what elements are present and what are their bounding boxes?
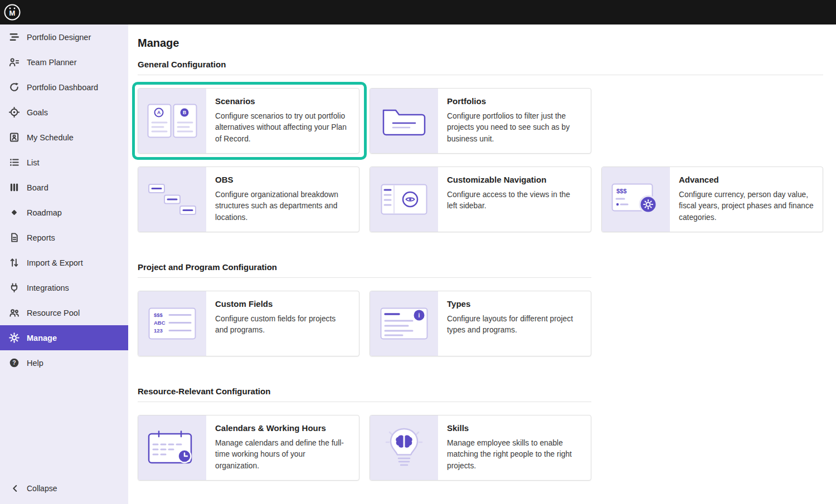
sidebar-item-label: Import & Export xyxy=(27,258,83,267)
sidebar-item-board[interactable]: Board xyxy=(0,175,128,200)
card-description: Configure currency, person day value, fi… xyxy=(679,189,814,223)
card-types[interactable]: i Types Configure layouts for different … xyxy=(370,291,591,356)
card-row: $$$ ABC 123 Custom Fields Configure cust… xyxy=(138,291,823,356)
sidebar-item-roadmap[interactable]: Roadmap xyxy=(0,200,128,225)
card-scenarios[interactable]: A B Scenarios Configure scenarios to try… xyxy=(138,88,359,154)
card-title: Portfolios xyxy=(447,96,582,106)
sidebar-item-reports[interactable]: Reports xyxy=(0,225,128,250)
sidebar-item-label: Goals xyxy=(27,108,48,117)
logo-letter: M xyxy=(9,9,16,17)
card-description: Configure custom fields for projects and… xyxy=(215,314,350,336)
card-skills[interactable]: Skills Manage employee skills to enable … xyxy=(370,415,591,481)
sidebar-item-help[interactable]: ? Help xyxy=(0,350,128,375)
sidebar-item-goals[interactable]: Goals xyxy=(0,100,128,125)
sidebar-collapse-button[interactable]: Collapse xyxy=(0,477,128,500)
section-project-program-configuration: Project and Program Configuration $$$ AB… xyxy=(138,262,823,356)
card-row: Calendars & Working Hours Manage calenda… xyxy=(138,415,823,481)
meisterplan-logo[interactable]: M xyxy=(3,3,21,21)
sidebar-item-label: Portfolio Designer xyxy=(27,33,91,42)
card-row: A B Scenarios Configure scenarios to try… xyxy=(138,88,823,154)
section-title: Resource-Relevant Configuration xyxy=(138,386,591,402)
sidebar-item-label: Reports xyxy=(27,233,55,242)
card-body: Scenarios Configure scenarios to try out… xyxy=(206,89,359,153)
card-title: Types xyxy=(447,299,582,309)
board-icon xyxy=(8,182,20,193)
card-customizable-navigation[interactable]: Customizable Navigation Configure access… xyxy=(370,167,591,232)
card-description: Configure access to the views in the lef… xyxy=(447,189,582,212)
card-description: Configure layouts for different project … xyxy=(447,314,582,336)
card-body: OBS Configure organizational breakdown s… xyxy=(206,167,359,232)
portfolios-illustration xyxy=(370,89,438,153)
card-body: Custom Fields Configure custom fields fo… xyxy=(206,291,359,356)
list-icon xyxy=(8,157,20,168)
card-title: Custom Fields xyxy=(215,299,350,309)
top-bar: M xyxy=(0,0,836,25)
custom-fields-row2-label: ABC xyxy=(154,320,166,326)
card-title: Skills xyxy=(447,423,582,433)
sidebar-item-team-planner[interactable]: Team Planner xyxy=(0,50,128,75)
logo-icon: M xyxy=(3,3,21,21)
card-title: Calendars & Working Hours xyxy=(215,423,350,433)
sidebar-item-label: Portfolio Dashboard xyxy=(27,83,98,92)
custom-fields-row1-label: $$$ xyxy=(154,312,163,318)
sidebar-item-list[interactable]: List xyxy=(0,150,128,175)
help-icon: ? xyxy=(8,358,20,369)
sidebar-item-manage[interactable]: Manage xyxy=(0,325,128,350)
types-illustration: i xyxy=(370,291,438,356)
card-portfolios[interactable]: Portfolios Configure portfolios to filte… xyxy=(370,88,591,154)
manage-gear-icon xyxy=(8,332,20,344)
card-body: Advanced Configure currency, person day … xyxy=(670,167,823,232)
scenarios-illustration: A B xyxy=(138,89,206,153)
card-advanced[interactable]: $$$ Adva xyxy=(601,167,823,232)
sidebar-item-label: Resource Pool xyxy=(27,309,80,317)
card-description: Manage calendars and define the full-tim… xyxy=(215,438,350,472)
obs-illustration xyxy=(138,167,206,232)
sidebar-item-portfolio-dashboard[interactable]: Portfolio Dashboard xyxy=(0,75,128,100)
card-description: Configure portfolios to filter just the … xyxy=(447,111,582,145)
card-body: Calendars & Working Hours Manage calenda… xyxy=(206,415,359,480)
sidebar-item-my-schedule[interactable]: My Schedule xyxy=(0,125,128,150)
card-obs[interactable]: OBS Configure organizational breakdown s… xyxy=(138,167,359,232)
sidebar-item-label: Board xyxy=(27,183,48,192)
card-title: Scenarios xyxy=(215,96,350,106)
card-body: Portfolios Configure portfolios to filte… xyxy=(438,89,591,153)
main-content: Manage General Configuration A xyxy=(128,25,836,504)
portfolio-designer-icon xyxy=(8,32,20,43)
scenario-b-badge: B xyxy=(183,110,186,115)
svg-text:?: ? xyxy=(12,360,16,366)
card-calendars-working-hours[interactable]: Calendars & Working Hours Manage calenda… xyxy=(138,415,359,481)
resource-pool-icon xyxy=(8,307,20,319)
sidebar-item-label: Manage xyxy=(27,334,57,342)
card-title: OBS xyxy=(215,175,350,184)
card-body: Customizable Navigation Configure access… xyxy=(438,167,591,232)
goals-icon xyxy=(8,107,20,118)
types-info-badge: i xyxy=(419,312,420,319)
my-schedule-icon xyxy=(8,132,20,143)
sidebar-item-label: Help xyxy=(27,359,43,368)
sidebar-item-resource-pool[interactable]: Resource Pool xyxy=(0,300,128,325)
card-title: Customizable Navigation xyxy=(447,175,582,184)
custom-fields-illustration: $$$ ABC 123 xyxy=(138,291,206,356)
import-export-icon xyxy=(8,257,20,268)
sidebar-item-label: My Schedule xyxy=(27,133,74,142)
portfolio-dashboard-icon xyxy=(8,82,20,93)
sidebar: Portfolio Designer Team Planner Portfoli… xyxy=(0,25,128,504)
sidebar-item-import-export[interactable]: Import & Export xyxy=(0,250,128,275)
card-row: OBS Configure organizational breakdown s… xyxy=(138,167,823,232)
card-title: Advanced xyxy=(679,175,814,184)
sidebar-item-integrations[interactable]: Integrations xyxy=(0,275,128,300)
sidebar-item-label: Integrations xyxy=(27,283,69,292)
calendars-illustration xyxy=(138,415,206,480)
roadmap-icon xyxy=(8,207,20,218)
page-title: Manage xyxy=(138,37,823,50)
card-description: Configure organizational breakdown struc… xyxy=(215,189,350,223)
skills-illustration xyxy=(370,415,438,480)
sidebar-item-label: Team Planner xyxy=(27,58,76,67)
reports-icon xyxy=(8,232,20,243)
sidebar-item-portfolio-designer[interactable]: Portfolio Designer xyxy=(0,25,128,50)
team-planner-icon xyxy=(8,57,20,68)
card-custom-fields[interactable]: $$$ ABC 123 Custom Fields Configure cust… xyxy=(138,291,359,356)
customizable-navigation-illustration xyxy=(370,167,438,232)
card-description: Configure scenarios to try out portfolio… xyxy=(215,111,350,145)
card-description: Manage employee skills to enable matchin… xyxy=(447,438,582,472)
